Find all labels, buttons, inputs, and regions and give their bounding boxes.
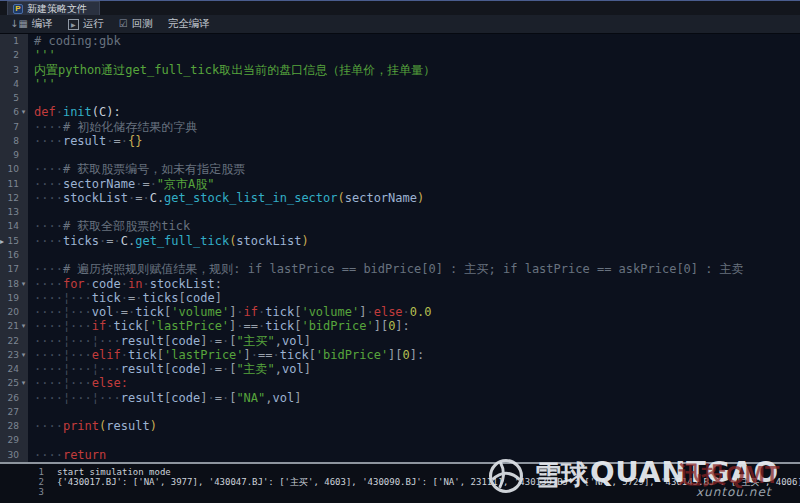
code-line[interactable]: 13 <box>0 205 800 219</box>
tab-new-strategy-file[interactable]: P 新建策略文件 <box>7 1 100 15</box>
code-line[interactable]: 11····sectorName·=·"京市A股" <box>0 177 800 191</box>
code-line[interactable]: 5 <box>0 91 800 105</box>
code-line[interactable]: 22····¦···¦···result[code]·=·["主买",vol] <box>0 334 800 348</box>
code-line[interactable]: 19····¦···tick·=·ticks[code] <box>0 291 800 305</box>
gutter-cell[interactable]: 6▾ <box>0 105 28 119</box>
code-line[interactable]: 6▾def·init(C): <box>0 105 800 119</box>
gutter-cell[interactable]: 30 <box>0 448 28 462</box>
code-line-text: ····print(result) <box>28 419 157 433</box>
line-number: 23 <box>0 348 19 362</box>
gutter-cell[interactable]: 13 <box>0 205 28 219</box>
code-line[interactable]: 21▾····¦···if·tick['lastPrice']·==·tick[… <box>0 319 800 333</box>
code-line[interactable]: 24····¦···¦···result[code]·=·["主卖",vol] <box>0 362 800 376</box>
line-number: 9 <box>0 148 19 162</box>
code-line-text: ····return <box>28 448 106 462</box>
code-line-text <box>28 205 34 219</box>
code-line[interactable]: 25▾····¦···else: <box>0 376 800 390</box>
line-number: 8 <box>0 134 19 148</box>
gutter-cell[interactable]: 2 <box>0 48 28 62</box>
gutter-cell[interactable]: 18▾ <box>0 277 28 291</box>
gutter-cell[interactable]: 20 <box>0 305 28 319</box>
gutter-cell[interactable]: 14 <box>0 219 28 233</box>
gutter-cell[interactable]: 26 <box>0 391 28 405</box>
code-line[interactable]: ▸15····ticks·=·C.get_full_tick(stockList… <box>0 234 800 248</box>
line-number: 27 <box>0 405 19 419</box>
line-number: 1 <box>0 34 19 48</box>
gutter-cell[interactable]: 28 <box>0 419 28 433</box>
code-line[interactable]: 17····# 遍历按照规则赋值结果，规则: if lastPrice == b… <box>0 262 800 276</box>
toolbar-button-label: 运行 <box>83 17 104 31</box>
output-line-number: 1 <box>0 467 44 477</box>
code-line[interactable]: 9 <box>0 148 800 162</box>
gutter-cell[interactable]: 19 <box>0 291 28 305</box>
code-line-text <box>28 433 34 447</box>
toolbar-button-compile[interactable]: ↓▦编译 <box>10 17 53 31</box>
edit-position-marker-icon: ▸ <box>0 235 4 249</box>
code-line[interactable]: 30····return <box>0 448 800 462</box>
gutter-cell[interactable]: 16 <box>0 248 28 262</box>
code-line[interactable]: 12····stockList·=·C.get_stock_list_in_se… <box>0 191 800 205</box>
code-line[interactable]: 8····result·=·{} <box>0 134 800 148</box>
code-line[interactable]: 20····¦···vol·=·tick['volume']·if·tick['… <box>0 305 800 319</box>
code-line[interactable]: 7····# 初始化储存结果的字典 <box>0 120 800 134</box>
code-line-text: ····for·code·in·stockList: <box>28 277 222 291</box>
code-line[interactable]: 18▾····for·code·in·stockList: <box>0 277 800 291</box>
code-line[interactable]: 1# coding:gbk <box>0 34 800 48</box>
toolbar-button-run[interactable]: ▶运行 <box>68 17 104 31</box>
gutter-cell[interactable]: 9 <box>0 148 28 162</box>
output-line-text: start simulation mode <box>44 467 171 477</box>
gutter-cell[interactable]: 23▾ <box>0 348 28 362</box>
code-line[interactable]: 28····print(result) <box>0 419 800 433</box>
output-panel[interactable]: 1start simulation mode2{'430017.BJ': ['N… <box>0 464 800 503</box>
fold-toggle-icon[interactable]: ▾ <box>19 348 28 362</box>
fold-toggle-icon[interactable]: ▾ <box>19 105 28 119</box>
toolbar-button-full-compile[interactable]: 完全编译 <box>168 17 210 31</box>
line-number: 13 <box>0 205 19 219</box>
gutter-cell[interactable]: 17 <box>0 262 28 276</box>
code-line-text: ····stockList·=·C.get_stock_list_in_sect… <box>28 191 424 205</box>
gutter-cell[interactable]: 4 <box>0 77 28 91</box>
gutter-cell[interactable]: 5 <box>0 91 28 105</box>
gutter-cell[interactable]: 21▾ <box>0 319 28 333</box>
toolbar-button-backtest[interactable]: ☑回测 <box>119 17 153 31</box>
line-number: 17 <box>0 262 19 276</box>
gutter-cell[interactable]: 1 <box>0 34 28 48</box>
line-number: 12 <box>0 191 19 205</box>
output-line-number: 2 <box>0 477 44 487</box>
gutter-cell[interactable]: ▸15 <box>0 234 28 248</box>
code-line[interactable]: 27 <box>0 405 800 419</box>
toolbar-button-label: 完全编译 <box>168 17 210 31</box>
code-line[interactable]: 2''' <box>0 48 800 62</box>
gutter-cell[interactable]: 8 <box>0 134 28 148</box>
code-line[interactable]: 10····# 获取股票编号，如未有指定股票 <box>0 162 800 176</box>
code-line[interactable]: 29 <box>0 433 800 447</box>
gutter-cell[interactable]: 22 <box>0 334 28 348</box>
gutter-cell[interactable]: 27 <box>0 405 28 419</box>
code-line[interactable]: 26····¦···¦···result[code]·=·["NA",vol] <box>0 391 800 405</box>
gutter-cell[interactable]: 3 <box>0 63 28 77</box>
gutter-cell[interactable]: 7 <box>0 120 28 134</box>
gutter-cell[interactable]: 12 <box>0 191 28 205</box>
gutter-cell[interactable]: 25▾ <box>0 376 28 390</box>
code-editor[interactable]: 1# coding:gbk2'''3内置python通过get_full_tic… <box>0 34 800 462</box>
code-line-text <box>28 248 34 262</box>
output-line: 3 <box>0 487 800 497</box>
code-line-text: ····¦···else: <box>28 376 128 390</box>
fold-toggle-icon[interactable]: ▾ <box>19 376 28 390</box>
code-line[interactable]: 23▾····¦···elif·tick['lastPrice']·==·tic… <box>0 348 800 362</box>
code-line[interactable]: 3内置python通过get_full_tick取出当前的盘口信息（挂单价，挂单… <box>0 63 800 77</box>
line-number: 25 <box>0 376 19 390</box>
code-line[interactable]: 14····# 获取全部股票的tick <box>0 219 800 233</box>
toolbar-button-label: 编译 <box>32 17 53 31</box>
gutter-cell[interactable]: 10 <box>0 162 28 176</box>
fold-toggle-icon[interactable]: ▾ <box>19 319 28 333</box>
code-line[interactable]: 4''' <box>0 77 800 91</box>
code-line[interactable]: 16 <box>0 248 800 262</box>
fold-toggle-icon[interactable]: ▾ <box>19 277 28 291</box>
code-line-text: ····ticks·=·C.get_full_tick(stockList) <box>28 234 309 248</box>
output-line-text <box>44 487 57 497</box>
gutter-cell[interactable]: 29 <box>0 433 28 447</box>
gutter-cell[interactable]: 24 <box>0 362 28 376</box>
tab-bar: P 新建策略文件 <box>0 0 800 15</box>
gutter-cell[interactable]: 11 <box>0 177 28 191</box>
